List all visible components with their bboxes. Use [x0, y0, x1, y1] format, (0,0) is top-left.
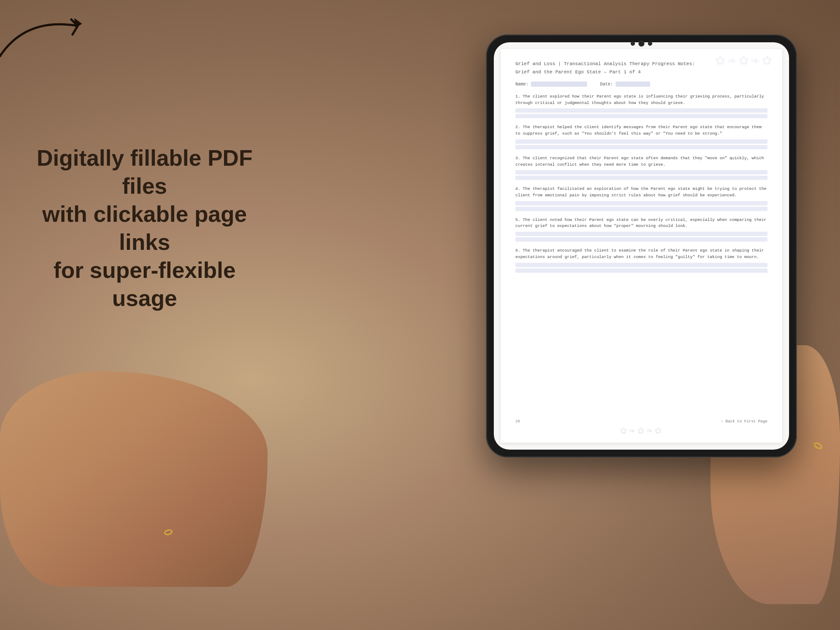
input-line[interactable] [515, 170, 767, 174]
pdf-title-line2: Grief and the Parent Ego State – Part 1 … [515, 69, 767, 76]
pdf-items-list: 1. The client explored how their Parent … [515, 94, 767, 279]
input-line[interactable] [515, 139, 767, 144]
left-hand [0, 371, 268, 587]
name-label: Name: [515, 82, 528, 87]
pdf-item-5-text: 5. The client noted how their Parent ego… [515, 217, 767, 230]
pdf-document: ✿❧✿❧✿ Grief and Loss | Transactional Ana… [501, 49, 782, 443]
input-line[interactable] [515, 268, 767, 273]
pdf-page-number: 20 [515, 419, 520, 424]
item-4-number: 4. [515, 186, 523, 191]
item-1-number: 1. [515, 94, 523, 99]
input-line[interactable] [515, 232, 767, 236]
input-line[interactable] [515, 207, 767, 211]
pdf-item-2: 2. The therapist helped the client ident… [515, 124, 767, 149]
left-panel: Digitally fillable PDF files with clicka… [26, 86, 263, 312]
decorative-arrow [0, 9, 104, 65]
pdf-item-3: 3. The client recognized that their Pare… [515, 155, 767, 180]
input-line[interactable] [515, 201, 767, 205]
pdf-item-5: 5. The client noted how their Parent ego… [515, 217, 767, 242]
tablet-outer-shell: ✿❧✿❧✿ Grief and Loss | Transactional Ana… [486, 35, 797, 457]
input-line[interactable] [515, 114, 767, 118]
pdf-item-2-text: 2. The therapist helped the client ident… [515, 124, 767, 137]
pdf-footer: 20 ↑ Back to First Page [515, 416, 767, 424]
pdf-item-4-text: 4. The therapist facilitated an explorat… [515, 186, 767, 198]
name-date-row: Name: Date: [515, 82, 767, 87]
item-6-input [515, 263, 767, 273]
pdf-item-1: 1. The client explored how their Parent … [515, 94, 767, 118]
input-line[interactable] [515, 145, 767, 149]
camera-dot-2 [638, 41, 644, 47]
input-line[interactable] [515, 108, 767, 113]
pdf-item-4: 4. The therapist facilitated an explorat… [515, 186, 767, 211]
item-3-number: 3. [515, 156, 523, 161]
pdf-item-3-text: 3. The client recognized that their Pare… [515, 155, 767, 168]
back-to-first-page-link[interactable]: ↑ Back to First Page [721, 419, 767, 424]
item-2-number: 2. [515, 125, 523, 129]
input-line[interactable] [515, 237, 767, 242]
watermark-top: ✿❧✿❧✿ [715, 54, 774, 68]
item-4-input [515, 201, 767, 211]
pdf-item-6-text: 6. The therapist encouraged the client t… [515, 248, 767, 260]
pdf-item-6: 6. The therapist encouraged the client t… [515, 248, 767, 272]
item-5-input [515, 232, 767, 242]
camera-dot-1 [631, 41, 635, 46]
name-input-line[interactable] [531, 82, 587, 87]
date-label: Date: [600, 82, 613, 87]
watermark-bottom: ✿❧✿❧✿ [515, 425, 767, 436]
name-field: Name: [515, 82, 587, 87]
item-1-input [515, 108, 767, 118]
pdf-item-1-text: 1. The client explored how their Parent … [515, 94, 767, 106]
item-6-number: 6. [515, 248, 523, 253]
tablet-device: ✿❧✿❧✿ Grief and Loss | Transactional Ana… [486, 35, 797, 457]
tablet-screen: ✿❧✿❧✿ Grief and Loss | Transactional Ana… [494, 42, 789, 450]
camera-dot-3 [648, 41, 652, 46]
tablet-camera-bar [631, 41, 652, 47]
date-input-line[interactable] [616, 82, 650, 87]
date-field: Date: [600, 82, 650, 87]
main-tagline: Digitally fillable PDF files with clicka… [26, 144, 263, 312]
item-5-number: 5. [515, 217, 523, 222]
item-2-input [515, 139, 767, 149]
input-line[interactable] [515, 263, 767, 267]
item-3-input [515, 170, 767, 180]
input-line[interactable] [515, 176, 767, 180]
